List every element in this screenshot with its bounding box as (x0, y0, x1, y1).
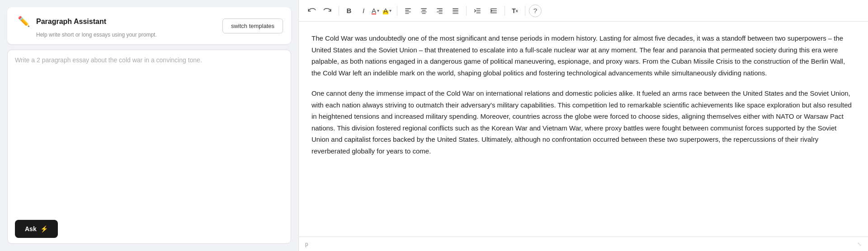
font-color-group[interactable]: A ▾ (372, 7, 379, 14)
editor-panel: B I A ▾ A ▾ Tx (298, 0, 868, 251)
font-color-arrow: ▾ (377, 8, 379, 13)
svg-rect-11 (439, 13, 443, 14)
svg-rect-4 (421, 9, 427, 9)
assistant-name-row: ✏️ Paragraph Assistant (15, 14, 157, 30)
separator-3 (466, 6, 467, 16)
svg-rect-10 (437, 12, 443, 12)
svg-rect-8 (437, 9, 443, 9)
format-button[interactable]: Tx (509, 5, 521, 17)
svg-rect-7 (422, 13, 426, 14)
assistant-subtitle: Help write short or long essays using yo… (36, 32, 157, 38)
separator-5 (525, 6, 525, 16)
assistant-header-card: ✏️ Paragraph Assistant Help write short … (7, 7, 291, 44)
outdent-button[interactable] (470, 5, 485, 17)
paragraph-1: The Cold War was undoubtedly one of the … (311, 33, 855, 79)
svg-rect-15 (453, 13, 458, 14)
svg-rect-5 (422, 10, 426, 10)
editor-footer: p ⤡ (299, 237, 868, 251)
separator-1 (339, 6, 339, 16)
svg-rect-14 (453, 12, 458, 12)
help-button[interactable]: ? (529, 5, 542, 17)
svg-rect-2 (405, 12, 411, 12)
editor-toolbar: B I A ▾ A ▾ Tx (299, 0, 868, 22)
italic-button[interactable]: I (357, 5, 370, 17)
prompt-input[interactable] (8, 50, 291, 214)
indent-button[interactable] (486, 5, 501, 17)
separator-2 (397, 6, 397, 16)
lightning-icon: ⚡ (40, 225, 48, 232)
assistant-name: Paragraph Assistant (36, 18, 106, 26)
font-color-label: A (372, 7, 376, 14)
resize-handle[interactable]: ⤡ (857, 241, 862, 247)
editor-content[interactable]: The Cold War was undoubtedly one of the … (299, 22, 868, 237)
switch-templates-button[interactable]: switch templates (222, 19, 283, 33)
svg-rect-13 (453, 10, 458, 10)
align-center-button[interactable] (417, 5, 431, 17)
undo-button[interactable] (304, 5, 319, 17)
assistant-title-group: ✏️ Paragraph Assistant Help write short … (15, 14, 157, 38)
highlight-group[interactable]: A ▾ (381, 5, 393, 17)
left-panel: ✏️ Paragraph Assistant Help write short … (0, 0, 298, 251)
paragraph-indicator: p (305, 241, 308, 247)
svg-rect-0 (405, 9, 411, 9)
align-left-button[interactable] (401, 5, 415, 17)
paragraph-2: One cannot deny the immense impact of th… (311, 88, 855, 157)
ask-btn-wrapper: Ask ⚡ (8, 214, 291, 243)
svg-rect-9 (439, 10, 443, 10)
bold-button[interactable]: B (343, 5, 355, 17)
svg-rect-12 (453, 9, 458, 9)
svg-rect-3 (405, 13, 409, 14)
svg-rect-1 (405, 10, 409, 10)
highlight-arrow: ▾ (389, 8, 392, 13)
highlight-label: A (383, 7, 388, 14)
pencil-icon: ✏️ (15, 14, 32, 30)
separator-4 (505, 6, 505, 16)
svg-rect-6 (421, 12, 427, 12)
align-right-button[interactable] (433, 5, 447, 17)
ask-button[interactable]: Ask ⚡ (15, 220, 58, 238)
align-justify-button[interactable] (448, 5, 462, 17)
ask-button-label: Ask (25, 225, 37, 232)
redo-button[interactable] (321, 5, 335, 17)
prompt-area-container: Ask ⚡ (7, 50, 291, 244)
